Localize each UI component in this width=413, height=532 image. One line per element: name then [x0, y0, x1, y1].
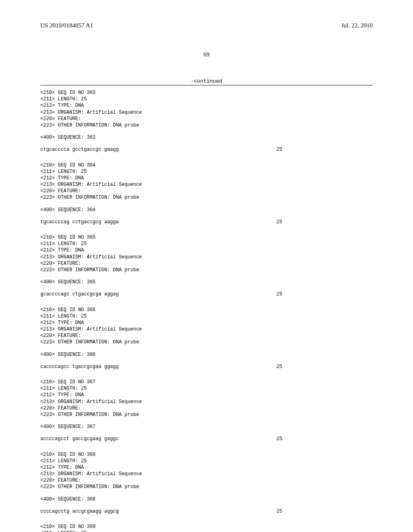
sequence-length: 25 [277, 436, 307, 442]
sequence-meta-line: <211> LENGTH: 25 [40, 458, 373, 464]
sequence-header: <400> SEQUENCE: 366 [40, 351, 373, 358]
sequence-meta-line: <211> LENGTH: 25 [40, 385, 373, 392]
sequence-row: tgcaccccag cctgaccgcg aagga25 [40, 219, 307, 225]
sequence-meta-line: <223> OTHER INFORMATION: DNA probe [40, 122, 373, 129]
sequence-entry: <210> SEQ ID NO 364<211> LENGTH: 25<212>… [40, 162, 373, 226]
sequence-entry: <210> SEQ ID NO 365<211> LENGTH: 25<212>… [40, 234, 373, 298]
sequence-meta-line: <213> ORGANISM: Artificial Sequence [40, 254, 373, 260]
sequence-row: ccccagcctg accgcgaagg aggcg25 [40, 508, 307, 515]
sequence-length: 25 [277, 291, 307, 297]
sequence-length: 25 [277, 508, 307, 515]
sequence-header: <400> SEQUENCE: 364 [40, 207, 373, 213]
sequence-meta-line: <210> SEQ ID NO 365 [40, 234, 373, 241]
sequence-meta-line: <211> LENGTH: 25 [40, 96, 373, 102]
sequence-length: 25 [277, 146, 307, 153]
sequence-meta-line: <212> TYPE: DNA [40, 102, 373, 109]
sequence-meta-line: <220> FEATURE: [40, 332, 373, 339]
sequence-meta-line: <213> ORGANISM: Artificial Sequence [40, 109, 373, 116]
sequence-text: tgcaccccag cctgaccgcg aagga [40, 219, 119, 225]
sequence-meta-line: <210> SEQ ID NO 367 [40, 379, 373, 385]
sequence-meta-line: <211> LENGTH: 25 [40, 313, 373, 320]
sequence-text: ctgcacccca gcctgaccgc gaagg [40, 146, 119, 153]
sequence-meta-line: <212> TYPE: DNA [40, 175, 373, 181]
sequence-row: caccccagcc tgaccgcgaa ggagg25 [40, 364, 307, 370]
sequence-meta-line: <210> SEQ ID NO 368 [40, 451, 373, 458]
sequence-listing: <210> SEQ ID NO 363<211> LENGTH: 25<212>… [40, 89, 373, 532]
sequence-text: ccccagcctg accgcgaagg aggcg [40, 508, 119, 515]
header-row: US 2010/0184057 A1 Jul. 22, 2010 [40, 22, 373, 29]
sequence-entry: <210> SEQ ID NO 366<211> LENGTH: 25<212>… [40, 307, 373, 370]
sequence-entry: <210> SEQ ID NO 369<211> LENGTH: 25<212>… [40, 524, 373, 532]
sequence-meta-line: <210> SEQ ID NO 366 [40, 307, 373, 313]
sequence-meta-line: <213> ORGANISM: Artificial Sequence [40, 181, 373, 188]
sequence-meta-line: <210> SEQ ID NO 369 [40, 524, 373, 530]
publication-date: Jul. 22, 2010 [341, 22, 373, 29]
sequence-header: <400> SEQUENCE: 368 [40, 496, 373, 503]
sequence-meta-line: <223> OTHER INFORMATION: DNA probe [40, 194, 373, 201]
sequence-text: accccagcct gaccgcgaag gaggc [40, 436, 119, 442]
continued-label: -continued [40, 78, 373, 85]
publication-number: US 2010/0184057 A1 [40, 22, 93, 29]
sequence-meta-line: <223> OTHER INFORMATION: DNA probe [40, 339, 373, 345]
sequence-header: <400> SEQUENCE: 363 [40, 134, 373, 141]
sequence-meta-line: <213> ORGANISM: Artificial Sequence [40, 326, 373, 332]
sequence-row: gcaccccagc ctgaccgcga aggag25 [40, 291, 307, 297]
sequence-meta-line: <220> FEATURE: [40, 477, 373, 484]
sequence-meta-line: <212> TYPE: DNA [40, 464, 373, 471]
page-container: US 2010/0184057 A1 Jul. 22, 2010 69 -con… [0, 0, 413, 532]
sequence-meta-line: <212> TYPE: DNA [40, 392, 373, 398]
sequence-meta-line: <211> LENGTH: 25 [40, 530, 373, 532]
sequence-meta-line: <212> TYPE: DNA [40, 247, 373, 254]
sequence-meta-line: <223> OTHER INFORMATION: DNA probe [40, 267, 373, 273]
horizontal-rule [40, 85, 373, 85]
sequence-meta-line: <210> SEQ ID NO 363 [40, 89, 373, 96]
sequence-entry: <210> SEQ ID NO 367<211> LENGTH: 25<212>… [40, 379, 373, 443]
sequence-entry: <210> SEQ ID NO 363<211> LENGTH: 25<212>… [40, 89, 373, 153]
sequence-header: <400> SEQUENCE: 365 [40, 279, 373, 285]
sequence-text: caccccagcc tgaccgcgaa ggagg [40, 364, 119, 370]
sequence-meta-line: <213> ORGANISM: Artificial Sequence [40, 399, 373, 405]
sequence-header: <400> SEQUENCE: 367 [40, 424, 373, 430]
sequence-text: gcaccccagc ctgaccgcga aggag [40, 291, 119, 297]
sequence-meta-line: <223> OTHER INFORMATION: DNA probe [40, 484, 373, 490]
sequence-meta-line: <210> SEQ ID NO 364 [40, 162, 373, 168]
sequence-row: ctgcacccca gcctgaccgc gaagg25 [40, 146, 307, 153]
sequence-meta-line: <220> FEATURE: [40, 116, 373, 122]
sequence-length: 25 [277, 364, 307, 370]
sequence-meta-line: <220> FEATURE: [40, 405, 373, 411]
sequence-row: accccagcct gaccgcgaag gaggc25 [40, 436, 307, 442]
sequence-meta-line: <212> TYPE: DNA [40, 320, 373, 326]
sequence-meta-line: <211> LENGTH: 25 [40, 168, 373, 175]
sequence-meta-line: <223> OTHER INFORMATION: DNA probe [40, 411, 373, 418]
sequence-length: 25 [277, 219, 307, 225]
sequence-entry: <210> SEQ ID NO 368<211> LENGTH: 25<212>… [40, 451, 373, 515]
sequence-meta-line: <211> LENGTH: 25 [40, 241, 373, 247]
sequence-meta-line: <220> FEATURE: [40, 188, 373, 194]
sequence-meta-line: <220> FEATURE: [40, 260, 373, 267]
page-number: 69 [40, 51, 373, 58]
sequence-meta-line: <213> ORGANISM: Artificial Sequence [40, 471, 373, 477]
